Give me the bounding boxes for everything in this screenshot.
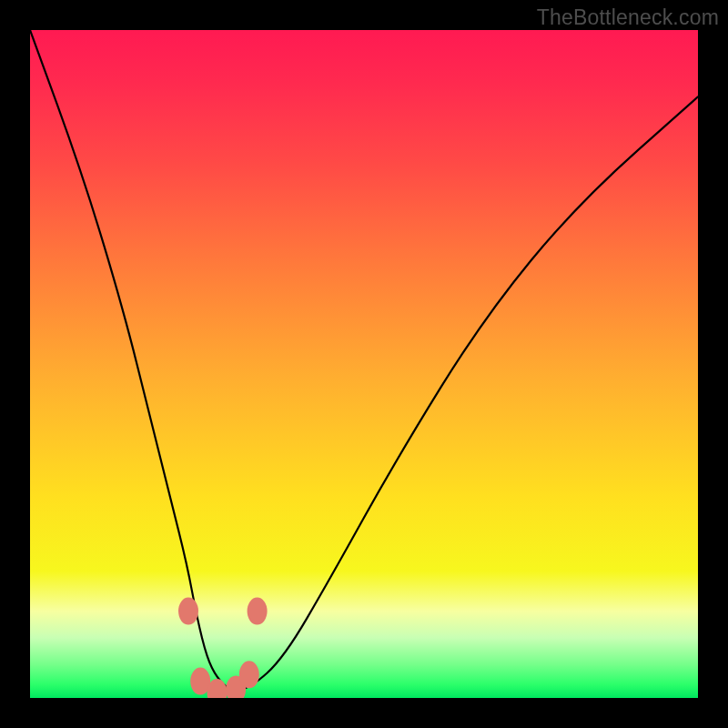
marker-dot [248,598,268,625]
chart-svg [30,30,698,698]
marker-dot [239,661,259,688]
marker-dot [226,676,246,699]
chart-frame: TheBottleneck.com [0,0,728,728]
chart-plot-area [30,30,698,698]
marker-dot [207,679,228,698]
highlight-markers [178,598,268,698]
bottleneck-curve [30,30,698,690]
watermark-text: TheBottleneck.com [537,5,719,30]
marker-dot [178,598,198,625]
marker-dot [190,668,210,695]
